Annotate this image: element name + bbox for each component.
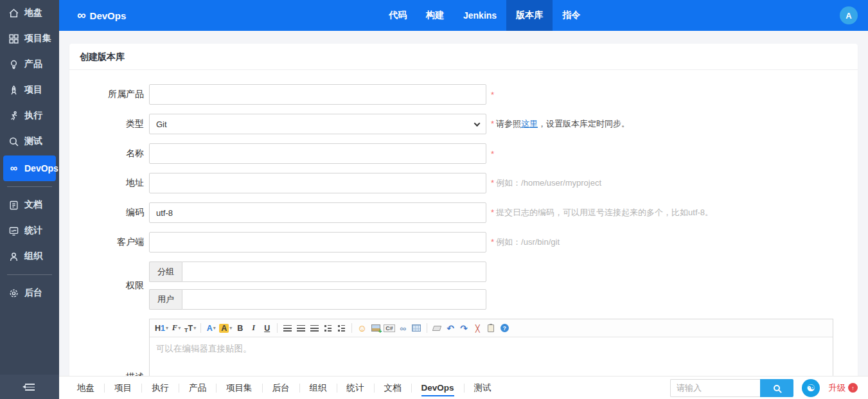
acl-group-input[interactable] bbox=[182, 262, 486, 282]
product-input[interactable] bbox=[149, 84, 486, 105]
product-label: 所属产品 bbox=[80, 89, 149, 100]
create-repo-form: 所属产品 * 类型 Git *请参照这里，设置版本库定时同步。 名称 * 地址 bbox=[69, 70, 858, 376]
text-color-button[interactable]: A bbox=[204, 321, 218, 335]
insert-code-button[interactable]: C# bbox=[382, 321, 396, 335]
sidebar-item-dashboard[interactable]: 地盘 bbox=[0, 0, 59, 26]
emoticon-button[interactable] bbox=[355, 321, 369, 335]
sidebar-item-test[interactable]: 测试 bbox=[0, 129, 59, 154]
italic-button[interactable]: I bbox=[247, 321, 260, 335]
sidebar-item-project-set[interactable]: 项目集 bbox=[0, 26, 59, 51]
runner-icon bbox=[8, 111, 19, 121]
grid-icon bbox=[8, 33, 19, 44]
app-brand[interactable]: DevOps bbox=[77, 8, 126, 22]
sidebar-item-stats[interactable]: 统计 bbox=[0, 218, 59, 244]
footer-right: 升级 bbox=[670, 379, 868, 397]
unordered-list-button[interactable] bbox=[335, 321, 348, 335]
tab-label: 版本库 bbox=[516, 10, 543, 21]
sidebar: 地盘 项目集 产品 项目 执行 测试 DevOps bbox=[0, 0, 59, 399]
type-helper: *请参照这里，设置版本库定时同步。 bbox=[491, 118, 630, 130]
name-helper: * bbox=[491, 149, 496, 159]
encoding-input[interactable] bbox=[149, 202, 486, 223]
help-icon: ? bbox=[500, 324, 509, 332]
sidebar-item-doc[interactable]: 文档 bbox=[0, 192, 59, 218]
sidebar-item-execution[interactable]: 执行 bbox=[0, 103, 59, 129]
insert-table-button[interactable] bbox=[410, 321, 423, 335]
sync-help-link[interactable]: 这里 bbox=[521, 119, 538, 129]
align-center-button[interactable] bbox=[294, 321, 308, 335]
sidebar-item-project[interactable]: 项目 bbox=[0, 77, 59, 103]
path-input[interactable] bbox=[149, 173, 486, 193]
font-size-button[interactable]: TT bbox=[183, 321, 197, 335]
ordered-list-icon bbox=[324, 325, 332, 332]
clipboard-icon bbox=[488, 324, 494, 332]
upgrade-link[interactable]: 升级 bbox=[828, 382, 863, 394]
sidebar-item-product[interactable]: 产品 bbox=[0, 51, 59, 77]
acl-group-addon: 分组 bbox=[149, 262, 182, 282]
source-button[interactable] bbox=[484, 321, 498, 335]
sidebar-item-label: 项目 bbox=[24, 84, 42, 96]
brand-label: DevOps bbox=[90, 10, 127, 21]
align-right-button[interactable] bbox=[308, 321, 321, 335]
footer-item-doc[interactable]: 文档 bbox=[375, 384, 412, 393]
ordered-list-button[interactable] bbox=[321, 321, 335, 335]
sidebar-item-label: 组织 bbox=[24, 251, 42, 262]
sidebar-item-devops[interactable]: DevOps bbox=[3, 155, 56, 181]
tab-instruction[interactable]: 指令 bbox=[553, 0, 590, 31]
editor-help-button[interactable]: ? bbox=[498, 321, 511, 335]
footer-item-execution[interactable]: 执行 bbox=[142, 384, 179, 393]
redo-button[interactable] bbox=[457, 321, 471, 335]
tab-code[interactable]: 代码 bbox=[379, 0, 416, 31]
name-input[interactable] bbox=[149, 143, 486, 164]
path-label: 地址 bbox=[80, 177, 149, 189]
footer-item-stats[interactable]: 统计 bbox=[337, 384, 375, 393]
fullscreen-icon bbox=[475, 324, 480, 333]
footer-item-test[interactable]: 测试 bbox=[465, 384, 501, 393]
bold-button[interactable]: B bbox=[233, 321, 247, 335]
highlight-color-button[interactable]: A bbox=[218, 321, 233, 335]
client-input[interactable] bbox=[149, 232, 486, 253]
insert-image-button[interactable] bbox=[369, 321, 382, 335]
zentao-logo[interactable] bbox=[802, 379, 820, 397]
sidebar-item-org[interactable]: 组织 bbox=[0, 244, 59, 269]
editor-body[interactable]: 可以在编辑器直接贴图。 bbox=[150, 337, 833, 376]
align-left-button[interactable] bbox=[281, 321, 294, 335]
required-star: * bbox=[491, 178, 494, 188]
tab-build[interactable]: 构建 bbox=[416, 0, 454, 31]
table-icon bbox=[412, 324, 421, 332]
type-select[interactable]: Git bbox=[149, 114, 486, 134]
footer-search-input[interactable] bbox=[670, 379, 760, 397]
infinity-icon bbox=[8, 163, 19, 174]
sidebar-item-label: DevOps bbox=[24, 163, 58, 173]
undo-button[interactable] bbox=[444, 321, 457, 335]
footer-item-org[interactable]: 组织 bbox=[300, 384, 337, 393]
required-star: * bbox=[491, 149, 494, 159]
required-star: * bbox=[491, 90, 494, 100]
sidebar-collapse-button[interactable] bbox=[0, 375, 59, 399]
infinity-icon bbox=[77, 8, 86, 22]
remove-format-button[interactable] bbox=[430, 321, 444, 335]
tab-jenkins[interactable]: Jenkins bbox=[454, 0, 506, 31]
tab-label: Jenkins bbox=[463, 10, 497, 21]
heading-glyph: 1 bbox=[161, 324, 165, 333]
footer-item-devops[interactable]: DevOps bbox=[412, 384, 465, 393]
fullscreen-button[interactable] bbox=[471, 321, 484, 335]
acl-inputs: 分组 用户 bbox=[149, 262, 486, 310]
font-family-button[interactable]: F bbox=[170, 321, 183, 335]
sidebar-item-admin[interactable]: 后台 bbox=[0, 280, 59, 306]
footer-item-product[interactable]: 产品 bbox=[179, 384, 217, 393]
chevron-down-icon bbox=[474, 120, 481, 127]
footer-item-project-set[interactable]: 项目集 bbox=[217, 384, 263, 393]
main-content: 创建版本库 所属产品 * 类型 Git *请参照这里，设置版本库定时同步。 名称… bbox=[59, 31, 868, 376]
footer-item-project[interactable]: 项目 bbox=[105, 384, 142, 393]
footer-search-button[interactable] bbox=[760, 379, 793, 397]
footer-item-dashboard[interactable]: 地盘 bbox=[67, 384, 105, 393]
font-size-glyph: T bbox=[188, 324, 193, 333]
acl-group-row: 分组 bbox=[149, 262, 486, 282]
underline-button[interactable]: U bbox=[260, 321, 274, 335]
heading-button[interactable]: H1 bbox=[154, 321, 170, 335]
acl-user-input[interactable] bbox=[182, 289, 486, 310]
insert-link-button[interactable] bbox=[396, 321, 410, 335]
user-avatar[interactable]: A bbox=[840, 6, 858, 24]
footer-item-admin[interactable]: 后台 bbox=[263, 384, 300, 393]
tab-repo[interactable]: 版本库 bbox=[506, 0, 553, 31]
